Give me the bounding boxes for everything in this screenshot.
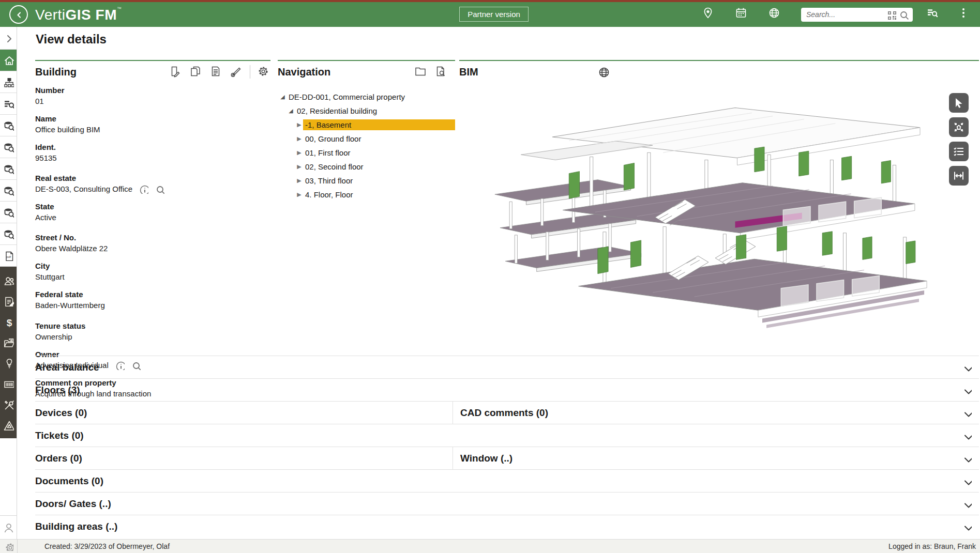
bim-panel-title: BIM: [459, 66, 478, 78]
collapsed-arrow-icon[interactable]: ▶: [295, 163, 303, 170]
chevron-down-icon[interactable]: [962, 499, 972, 509]
tree-node[interactable]: ▶03, Third floor: [278, 174, 455, 188]
chevron-down-icon[interactable]: [962, 363, 972, 372]
tree-node[interactable]: ▶00, Ground floor: [278, 132, 455, 146]
sidebar-item-tools[interactable]: [0, 394, 17, 414]
building-panel: Building Number 01 Name Office buil: [35, 60, 270, 406]
sidebar-item-home[interactable]: [0, 50, 17, 71]
sidebar-item-data-search-4[interactable]: [0, 180, 17, 202]
globe-icon[interactable]: [768, 7, 783, 22]
section-doors-gates[interactable]: Doors/ Gates (..): [35, 492, 979, 515]
document-search-icon[interactable]: [434, 65, 448, 79]
sidebar-item-data-search-2[interactable]: [0, 136, 17, 158]
checklist-button[interactable]: [949, 142, 969, 161]
tree-node[interactable]: ▶01, First floor: [278, 146, 455, 160]
created-info: Created: 3/29/2023 of Obermeyer, Olaf: [44, 542, 170, 550]
search-input[interactable]: [805, 10, 884, 19]
expanded-arrow-icon[interactable]: ◢: [287, 107, 295, 114]
section-documents[interactable]: Documents (0): [35, 469, 979, 492]
sidebar-expand-button[interactable]: [0, 27, 17, 50]
cursor-select-button[interactable]: [949, 93, 969, 113]
field-name: Name Office building BIM: [35, 113, 270, 135]
pen-add-icon[interactable]: [230, 65, 243, 79]
sidebar-item-energy[interactable]: [0, 352, 17, 373]
chevron-down-icon[interactable]: [962, 408, 972, 418]
collapsed-arrow-icon[interactable]: ▶: [295, 177, 303, 184]
page-title: View details: [36, 32, 107, 47]
sidebar-item-user-profile[interactable]: [0, 515, 17, 540]
bim-3d-model[interactable]: [488, 86, 932, 347]
chevron-down-icon[interactable]: [962, 454, 972, 463]
sidebar-item-hazard[interactable]: [0, 414, 17, 435]
tree-node[interactable]: ◢02, Residential building: [278, 104, 455, 118]
collapsed-arrow-icon[interactable]: ▶: [295, 121, 303, 128]
main-content: View details Building Number 01: [17, 27, 980, 540]
favorites-pin-icon[interactable]: [702, 7, 717, 22]
logged-in-info: Logged in as: Braun, Frank: [888, 542, 976, 550]
app-logo: VertiGIS FM™: [35, 6, 122, 23]
sidebar-item-pdf-report[interactable]: [0, 245, 17, 267]
zoom-home-button[interactable]: [949, 117, 969, 137]
document-icon[interactable]: [209, 65, 223, 79]
partner-version-button[interactable]: Partner version: [459, 7, 529, 22]
qr-code-icon[interactable]: [886, 9, 896, 20]
sidebar-item-list-search[interactable]: [0, 93, 17, 115]
section-tickets[interactable]: Tickets (0): [35, 424, 979, 447]
field-real-estate: Real estate DE-S-003, Consulting Office: [35, 173, 270, 194]
chevron-down-icon[interactable]: [962, 477, 972, 486]
back-button[interactable]: [9, 5, 28, 24]
bim-globe-icon[interactable]: [598, 66, 612, 81]
info-icon[interactable]: [139, 184, 148, 194]
chevron-down-icon[interactable]: [962, 431, 972, 440]
section-floors[interactable]: Floors (3): [35, 378, 979, 401]
collapsed-arrow-icon[interactable]: ▶: [295, 191, 303, 198]
chevron-down-icon[interactable]: [962, 522, 972, 531]
sidebar-dark-group: [0, 267, 17, 438]
sidebar-item-contacts[interactable]: [0, 270, 17, 290]
app-header: VertiGIS FM™ Partner version: [0, 2, 980, 27]
toolbar-divider: [250, 65, 250, 79]
sidebar-item-data-search-5[interactable]: [0, 202, 17, 223]
section-building-areas[interactable]: Building areas (..): [35, 515, 979, 537]
sidebar-item-structure[interactable]: [0, 71, 17, 93]
sidebar-item-data-search-1[interactable]: [0, 115, 17, 136]
detail-sections: Areal balance Floors (3) Devices (0) CAD…: [35, 356, 979, 537]
field-street: Street / No. Obere Waldplätze 22: [35, 232, 270, 254]
sidebar-item-finance[interactable]: [0, 311, 17, 332]
tree-node[interactable]: ◢DE-DD-001, Commercial property: [278, 90, 455, 104]
tree-node[interactable]: ▶4. Floor, Floor: [278, 188, 455, 202]
edit-document-icon[interactable]: [169, 65, 183, 79]
list-search-icon[interactable]: [926, 7, 942, 22]
sidebar-item-barcode[interactable]: [0, 373, 17, 394]
section-orders-window[interactable]: Orders (0) Window (..): [35, 447, 979, 469]
collapsed-arrow-icon[interactable]: ▶: [295, 149, 303, 156]
settings-gear-button[interactable]: [0, 540, 18, 553]
left-sidebar: [0, 27, 17, 540]
lookup-icon[interactable]: [155, 184, 164, 194]
section-areal-balance[interactable]: Areal balance: [35, 356, 979, 378]
calendar-icon[interactable]: [735, 7, 750, 22]
expanded-arrow-icon[interactable]: ◢: [279, 94, 287, 100]
copy-icon[interactable]: [189, 65, 203, 79]
sidebar-item-folder-archive[interactable]: [0, 332, 17, 352]
folder-icon[interactable]: [414, 65, 428, 79]
chevron-down-icon[interactable]: [962, 386, 972, 395]
sidebar-item-data-search-3[interactable]: [0, 158, 17, 180]
search-icon[interactable]: [898, 9, 909, 20]
field-city: City Stuttgart: [35, 260, 270, 282]
search-box: [801, 8, 913, 22]
settings-icon[interactable]: [257, 65, 270, 79]
sidebar-item-data-search-6[interactable]: [0, 223, 17, 245]
field-number: Number 01: [35, 85, 270, 106]
collapsed-arrow-icon[interactable]: ▶: [295, 135, 303, 142]
field-federal-state: Federal state Baden-Wurttemberg: [35, 289, 270, 311]
sidebar-item-document-edit[interactable]: [0, 290, 17, 311]
kebab-menu-icon[interactable]: [957, 7, 973, 22]
app-window: VertiGIS FM™ Partner version: [0, 0, 980, 553]
measure-button[interactable]: [949, 166, 969, 186]
section-devices-cad[interactable]: Devices (0) CAD comments (0): [35, 401, 979, 424]
tree-node[interactable]: ▶02, Secoind floor: [278, 160, 455, 174]
building-panel-title: Building: [35, 66, 77, 78]
field-state: State Active: [35, 201, 270, 223]
tree-node-selected[interactable]: ▶-1, Basement: [278, 118, 455, 132]
